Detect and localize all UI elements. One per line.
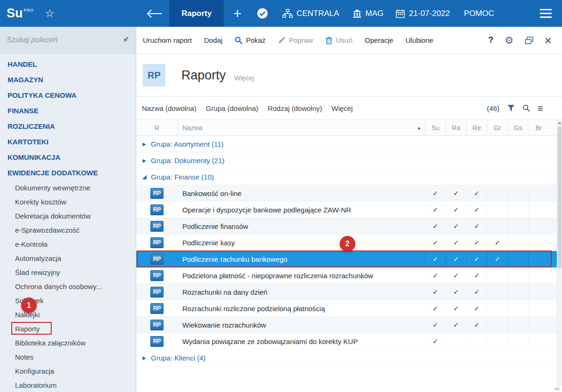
- report-row-podzielona-płatność-niepoprawne-rozliczenia-rozrachunków[interactable]: RPPodzielona płatność - niepoprawne rozl…: [136, 267, 562, 284]
- flag-br-empty: [528, 284, 549, 300]
- sidebar-item-laboratorium[interactable]: Laboratorium: [0, 378, 136, 392]
- sidebar-item-schowek[interactable]: Schowek: [0, 293, 136, 307]
- filter-more[interactable]: Więcej: [332, 104, 353, 112]
- sidebar-item-biblioteka-załączników[interactable]: Biblioteka załączników: [0, 336, 136, 350]
- sidebar-item-komunikacja[interactable]: KOMUNIKACJA: [0, 149, 136, 165]
- sidebar-item-raporty[interactable]: Raporty: [0, 321, 136, 336]
- column-header-r[interactable]: R: [136, 120, 178, 135]
- run-report-button[interactable]: Uruchom raport: [143, 36, 192, 44]
- tab-raporty[interactable]: Raporty: [169, 0, 224, 27]
- logo-text: Su: [7, 7, 23, 20]
- new-tab-button[interactable]: +: [233, 7, 242, 21]
- sidebar-item-label: Korekty kosztów: [15, 198, 66, 206]
- hamburger-menu-icon[interactable]: [540, 9, 552, 18]
- sidebar-item-notes[interactable]: Notes: [0, 350, 136, 364]
- filter-kind[interactable]: Rodzaj (dowolny): [268, 104, 322, 112]
- favorites-button[interactable]: Ulubione: [406, 36, 433, 44]
- sidebar-item-magazyn[interactable]: MAGAZYN: [0, 72, 136, 87]
- flag-su-check-icon: ✓: [425, 300, 445, 316]
- help-menu[interactable]: POMOC: [464, 9, 494, 18]
- filter-group[interactable]: Grupa (dowolna): [206, 104, 258, 112]
- sidebar-item-korekty-kosztów[interactable]: Korekty kosztów: [0, 195, 136, 209]
- add-button[interactable]: Dodaj: [204, 36, 222, 44]
- sidebar-item-rozliczenia[interactable]: ROZLICZENIA: [0, 118, 136, 134]
- group-row-grupa-asortyment-11[interactable]: ▶Grupa: Asortyment (11): [136, 136, 562, 152]
- pin-icon[interactable]: [122, 36, 129, 44]
- expand-group-icon[interactable]: ▶: [141, 158, 148, 163]
- favorites-label: Ulubione: [406, 36, 433, 44]
- operations-button[interactable]: Operacje: [365, 36, 393, 44]
- collapse-group-icon[interactable]: ◢: [141, 173, 148, 180]
- funnel-filter-icon[interactable]: [507, 104, 515, 112]
- sidebar-item-ochrona-danych-osobowy[interactable]: Ochrona danych osobowy...: [0, 279, 136, 293]
- sidebar-item-handel[interactable]: HANDEL: [0, 56, 136, 72]
- column-header-ra[interactable]: Ra: [445, 120, 466, 135]
- expand-group-icon[interactable]: ▶: [141, 141, 148, 147]
- header-more-link[interactable]: Więcej: [234, 74, 254, 82]
- filter-name[interactable]: Nazwa (dowolna): [142, 104, 196, 112]
- report-table-body: ▶Grupa: Asortyment (11)▶Grupa: Dokumenty…: [136, 136, 562, 392]
- column-header-su[interactable]: Su: [425, 120, 445, 135]
- report-row-rozrachunki-na-dany-dzień[interactable]: RPRozrachunki na dany dzień✓✓✓: [136, 284, 562, 300]
- group-label: Grupa: Asortyment (11): [151, 140, 224, 148]
- group-row-grupa-dokumenty-21[interactable]: ▶Grupa: Dokumenty (21): [136, 152, 562, 169]
- report-row-podliczenie-rachunku-bankowego[interactable]: RPPodliczenie rachunku bankowego✓✓✓✓: [136, 251, 562, 267]
- flag-re-check-icon: ✓: [466, 300, 487, 316]
- sidebar-item-dekretacja-dokumentów[interactable]: Dekretacja dokumentów: [0, 209, 136, 223]
- status-check-icon[interactable]: [257, 8, 268, 19]
- column-header-name[interactable]: Nazwa ▲: [178, 120, 425, 135]
- sidebar-item-polityka-cenowa[interactable]: POLITYKA CENOWA: [0, 87, 136, 103]
- sidebar-item-automatyzacja[interactable]: Automatyzacja: [0, 251, 136, 265]
- edit-button[interactable]: Popraw: [278, 36, 313, 44]
- sidebar-item-label: Notes: [15, 353, 33, 361]
- column-header-re[interactable]: Re: [466, 120, 487, 135]
- close-icon[interactable]: ×: [545, 34, 552, 47]
- scrollbar-thumb[interactable]: [558, 127, 562, 268]
- group-row-grupa-finanse-10[interactable]: ◢Grupa: Finanse (10): [136, 169, 562, 185]
- column-header-gr[interactable]: Gr: [487, 120, 507, 135]
- favorites-star-icon[interactable]: ☆: [45, 7, 55, 20]
- sidebar-item-ewidencje-dodatkowe[interactable]: EWIDENCJE DODATKOWE: [0, 165, 136, 180]
- column-header-gs[interactable]: Gs: [507, 120, 528, 135]
- list-options-icon[interactable]: ≡: [538, 103, 543, 113]
- sidebar-item-label: Ochrona danych osobowy...: [15, 282, 102, 290]
- flag-su-check-icon: ✓: [425, 333, 445, 349]
- branch-selector[interactable]: MAG: [352, 9, 384, 18]
- quick-search-icon[interactable]: [523, 104, 530, 112]
- command-search-bar: [0, 27, 136, 54]
- back-arrow-icon[interactable]: [147, 9, 163, 18]
- report-row-wiekowanie-rozrachunków[interactable]: RPWiekowanie rozrachunków✓✓✓: [136, 317, 562, 333]
- report-row-bankowość-on-line[interactable]: RPBankowość on-line✓✓✓: [136, 185, 562, 202]
- report-row-operacje-i-dyspozycje-bankowe-podlegające-zaw-nr[interactable]: RPOperacje i dyspozycje bankowe podlegaj…: [136, 202, 562, 218]
- search-input[interactable]: [7, 36, 118, 44]
- sidebar-item-e-sprawozdawczość[interactable]: e-Sprawozdawczość: [0, 223, 136, 237]
- company-selector[interactable]: CENTRALA: [282, 9, 339, 18]
- report-type-badge: RP: [150, 204, 164, 215]
- sidebar-item-naklejki[interactable]: Naklejki: [0, 307, 136, 321]
- flag-br-empty: [528, 267, 549, 283]
- show-button[interactable]: Pokaż: [234, 36, 265, 44]
- sidebar-item-konfiguracja[interactable]: Konfiguracja: [0, 364, 136, 378]
- vertical-scrollbar[interactable]: [557, 119, 562, 385]
- sidebar-item-e-kontrola[interactable]: e-Kontrola: [0, 237, 136, 251]
- report-name: Bankowość on-line: [178, 189, 425, 197]
- cascade-windows-icon[interactable]: [525, 37, 533, 44]
- sidebar-item-label: EWIDENCJE DODATKOWE: [8, 169, 98, 177]
- report-type-badge: RP: [150, 336, 164, 347]
- scroll-up-icon[interactable]: [558, 122, 562, 124]
- sidebar-item-dokumenty-wewnętrzne[interactable]: Dokumenty wewnętrzne: [0, 180, 136, 195]
- column-header-br[interactable]: Br: [528, 120, 549, 135]
- sidebar-item-kartoteki[interactable]: KARTOTEKI: [0, 134, 136, 149]
- report-row-podliczenie-finansów[interactable]: RPPodliczenie finansów✓✓✓: [136, 218, 562, 235]
- gear-icon[interactable]: ⚙: [505, 35, 514, 45]
- sidebar-item-finanse[interactable]: FINANSE: [0, 103, 136, 118]
- app-logo[interactable]: Su PRO: [0, 7, 39, 20]
- delete-button[interactable]: Usuń: [325, 36, 352, 45]
- group-row-grupa-klienci-4[interactable]: ▶Grupa: Klienci (4): [136, 350, 562, 366]
- date-selector[interactable]: 21-07-2022: [396, 9, 450, 18]
- expand-group-icon[interactable]: ▶: [141, 355, 148, 361]
- report-row-wydania-powiązane-ze-zobowiązaniami-do-korekty-kup[interactable]: RPWydania powiązane ze zobowiązaniami do…: [136, 333, 562, 350]
- sidebar-item-ślad-rewizyjny[interactable]: Ślad rewizyjny: [0, 265, 136, 279]
- help-button[interactable]: ?: [488, 35, 493, 45]
- report-row-rozrachunki-rozliczone-podzieloną-płatnością[interactable]: RPRozrachunki rozliczone podzieloną płat…: [136, 300, 562, 317]
